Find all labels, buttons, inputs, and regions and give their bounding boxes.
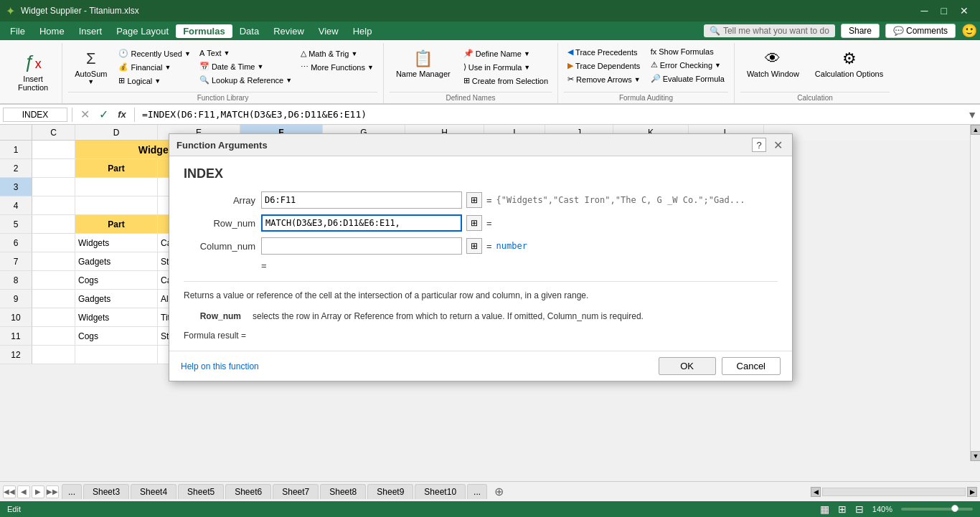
cell-d11[interactable]: Cogs [75, 327, 158, 346]
insert-fn-btn[interactable]: fx [114, 107, 130, 123]
expand-formula-icon[interactable]: ▼ [967, 109, 977, 120]
menu-home[interactable]: Home [32, 24, 72, 38]
date-time-btn[interactable]: 📅Date & Time▼ [196, 60, 296, 72]
row-header[interactable]: 8 [0, 271, 32, 290]
col-header-d[interactable]: D [75, 125, 158, 141]
row-header[interactable]: 2 [0, 159, 32, 178]
formula-input[interactable] [139, 108, 961, 121]
view-page-break-icon[interactable]: ⊟ [855, 503, 864, 515]
share-btn[interactable]: Share [841, 24, 880, 38]
more-functions-btn[interactable]: ⋯More Functions▼ [297, 61, 377, 73]
row-header[interactable]: 11 [0, 327, 32, 346]
modal-picker-rownum[interactable]: ⊞ [466, 215, 482, 231]
modal-picker-array[interactable]: ⊞ [466, 192, 482, 208]
cell-c7[interactable] [32, 252, 75, 271]
sheet-tab-sheet5[interactable]: Sheet5 [178, 484, 224, 499]
cell-d12[interactable] [75, 346, 158, 364]
sheet-tab-sheet10[interactable]: Sheet10 [415, 484, 466, 499]
cell-c2[interactable] [32, 159, 75, 178]
sheet-tab-sheet4[interactable]: Sheet4 [131, 484, 176, 499]
sheet-tab-ellipsis-left[interactable]: ... [62, 484, 82, 499]
view-page-layout-icon[interactable]: ⊞ [838, 503, 847, 515]
modal-ok-btn[interactable]: OK [659, 357, 716, 375]
insert-function-btn[interactable]: ƒx Insert Function [10, 46, 56, 97]
menu-review[interactable]: Review [266, 24, 311, 38]
trace-precedents-btn[interactable]: ◀Trace Precedents [564, 46, 644, 58]
trace-dependents-btn[interactable]: ▶Trace Dependents [564, 60, 644, 72]
horizontal-scrollbar[interactable]: ◀ ▶ [811, 487, 977, 497]
row-header[interactable]: 4 [0, 196, 32, 215]
cell-d7[interactable]: Gadgets [75, 252, 158, 271]
maximize-btn[interactable]: □ [936, 4, 953, 18]
sheet-tab-sheet7[interactable]: Sheet7 [273, 484, 319, 499]
row-header[interactable]: 1 [0, 141, 32, 159]
cell-c10[interactable] [32, 308, 75, 327]
col-header-c[interactable]: C [32, 125, 75, 141]
row-header[interactable]: 6 [0, 234, 32, 252]
cell-c12[interactable] [32, 346, 75, 364]
vertical-scrollbar[interactable]: ▲ ▼ [970, 125, 980, 461]
minimize-btn[interactable]: ─ [915, 4, 934, 18]
cell-c11[interactable] [32, 327, 75, 346]
modal-input-array[interactable] [261, 191, 462, 209]
create-selection-btn[interactable]: ⊞Create from Selection [460, 75, 552, 87]
error-checking-btn[interactable]: ⚠Error Checking▼ [647, 59, 728, 71]
menu-view[interactable]: View [311, 24, 346, 38]
show-formulas-btn[interactable]: fxShow Formulas [647, 46, 728, 57]
confirm-btn[interactable]: ✓ [95, 107, 111, 123]
financial-btn[interactable]: 💰Financial▼ [115, 61, 194, 73]
logical-btn[interactable]: ⊞Logical▼ [115, 75, 194, 87]
cell-d9[interactable]: Gadgets [75, 290, 158, 308]
zoom-slider[interactable] [901, 508, 973, 511]
menu-file[interactable]: File [3, 24, 32, 38]
recently-used-btn[interactable]: 🕐Recently Used▼ [115, 47, 194, 60]
row-header[interactable]: 12 [0, 346, 32, 364]
remove-arrows-btn[interactable]: ✂Remove Arrows▼ [564, 73, 644, 85]
search-box[interactable]: Tell me what you want to do [723, 26, 829, 36]
sheet-nav-prev[interactable]: ◀ [17, 485, 30, 498]
name-manager-btn[interactable]: 📋 Name Manager [390, 46, 457, 82]
sheet-tab-sheet6[interactable]: Sheet6 [225, 484, 271, 499]
lookup-ref-btn[interactable]: 🔍Lookup & Reference▼ [196, 74, 296, 86]
math-trig-btn[interactable]: △Math & Trig▼ [297, 47, 377, 60]
text-btn[interactable]: AText▼ [196, 47, 296, 59]
row-header[interactable]: 3 [0, 178, 32, 196]
sheet-tab-ellipsis-right[interactable]: ... [467, 484, 487, 499]
use-in-formula-btn[interactable]: ⟩Use in Formula▼ [460, 61, 552, 73]
cell-d2[interactable]: Part [75, 159, 158, 178]
cell-c9[interactable] [32, 290, 75, 308]
evaluate-formula-btn[interactable]: 🔎Evaluate Formula [647, 72, 728, 85]
sheet-tab-sheet8[interactable]: Sheet8 [320, 484, 366, 499]
cell-d3[interactable] [75, 178, 158, 196]
sheet-nav-next-next[interactable]: ▶▶ [46, 485, 59, 498]
autosum-btn[interactable]: Σ AutoSum ▼ [68, 46, 113, 89]
comments-btn[interactable]: 💬Comments [885, 24, 956, 38]
cell-c1[interactable] [32, 141, 75, 159]
define-name-btn[interactable]: 📌Define Name▼ [460, 47, 552, 60]
modal-input-colnum[interactable] [261, 237, 462, 255]
sheet-nav-next[interactable]: ▶ [32, 485, 44, 498]
row-header[interactable]: 5 [0, 215, 32, 234]
cell-c5[interactable] [32, 215, 75, 234]
cell-c3[interactable] [32, 178, 75, 196]
cancel-btn[interactable]: ✕ [77, 107, 93, 123]
modal-help-link[interactable]: Help on this function [181, 361, 259, 371]
menu-formulas[interactable]: Formulas [176, 24, 232, 38]
modal-cancel-btn[interactable]: Cancel [722, 357, 781, 375]
cell-c8[interactable] [32, 271, 75, 290]
sheet-tab-sheet9[interactable]: Sheet9 [367, 484, 413, 499]
cell-c6[interactable] [32, 234, 75, 252]
cell-d4[interactable] [75, 196, 158, 215]
cell-d6[interactable]: Widgets [75, 234, 158, 252]
menu-data[interactable]: Data [232, 24, 266, 38]
modal-help-btn[interactable]: ? [752, 138, 766, 152]
menu-insert[interactable]: Insert [72, 24, 110, 38]
modal-close-btn[interactable]: ✕ [771, 138, 785, 152]
menu-help[interactable]: Help [346, 24, 380, 38]
row-header[interactable]: 10 [0, 308, 32, 327]
cell-d10[interactable]: Widgets [75, 308, 158, 327]
name-box[interactable] [3, 108, 67, 122]
row-header[interactable]: 9 [0, 290, 32, 308]
add-sheet-btn[interactable]: ⊕ [489, 483, 509, 501]
cell-d8[interactable]: Cogs [75, 271, 158, 290]
